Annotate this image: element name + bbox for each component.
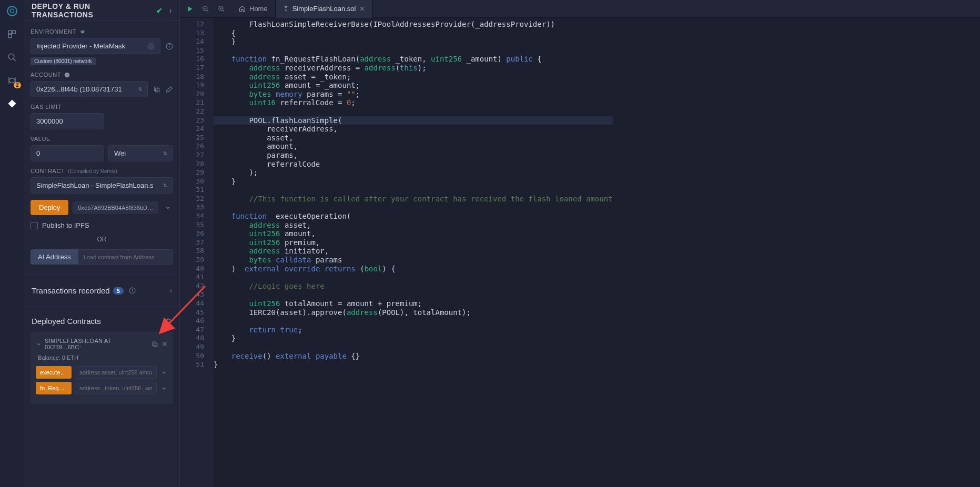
svg-point-10 <box>169 44 169 45</box>
sidebar-title: DEPLOY & RUN TRANSACTIONS <box>32 2 152 19</box>
copy-icon[interactable] <box>151 341 158 348</box>
home-icon <box>239 5 246 12</box>
tab-home[interactable]: Home <box>231 0 276 18</box>
svg-rect-2 <box>8 31 12 34</box>
zoom-in-icon[interactable] <box>218 5 225 13</box>
fn-button[interactable]: fn_Reques... <box>36 382 72 394</box>
svg-point-16 <box>132 289 133 289</box>
file-explorer-icon[interactable] <box>6 28 18 40</box>
svg-line-6 <box>13 58 16 61</box>
at-address-input[interactable] <box>78 249 173 265</box>
plus-icon[interactable] <box>64 72 70 78</box>
instance-name: SIMPLEFLASHLOAN AT 0X239...6BC: <box>45 338 148 350</box>
at-address-button[interactable]: At Address <box>31 249 78 265</box>
gas-input[interactable]: 3000000 <box>31 113 104 129</box>
chevron-updown-icon: ⇅ <box>163 182 167 188</box>
sidebar-header: DEPLOY & RUN TRANSACTIONS ✔ › <box>24 0 179 21</box>
account-label: ACCOUNT <box>31 72 173 78</box>
check-icon: ✔ <box>156 6 163 15</box>
svg-line-23 <box>207 9 209 12</box>
search-icon[interactable] <box>6 52 18 63</box>
play-icon[interactable] <box>186 5 194 13</box>
network-badge: Custom (80001) network <box>31 57 96 65</box>
svg-line-26 <box>223 9 225 12</box>
code-editor[interactable]: 1213141516171819202122232425262728293031… <box>180 18 980 487</box>
svg-point-1 <box>10 9 14 13</box>
main-area: Home SimpleFlashLoan.sol 121314151617181… <box>180 0 980 487</box>
chevron-updown-icon: ⇅ <box>138 86 142 92</box>
compiler-badge: 2 <box>14 82 21 88</box>
svg-rect-13 <box>154 87 158 90</box>
close-tab-icon[interactable] <box>359 6 365 12</box>
fn-input[interactable] <box>75 382 157 394</box>
chevron-right-icon[interactable]: › <box>169 6 172 15</box>
chevron-updown-icon: ⇅ <box>163 150 167 156</box>
fn-input[interactable] <box>75 366 157 379</box>
svg-rect-3 <box>13 31 16 34</box>
expand-icon[interactable] <box>160 385 168 391</box>
svg-rect-18 <box>153 342 156 346</box>
env-info-icon[interactable] <box>166 43 173 50</box>
deploy-sidebar: DEPLOY & RUN TRANSACTIONS ✔ › ENVIRONMEN… <box>24 0 180 487</box>
gas-label: GAS LIMIT <box>31 104 173 110</box>
close-icon[interactable] <box>161 341 168 347</box>
publish-ipfs-checkbox[interactable]: Publish to IPFS <box>31 221 173 229</box>
env-status-dot <box>147 43 155 50</box>
svg-marker-7 <box>8 100 16 108</box>
svg-marker-21 <box>188 6 193 11</box>
tx-count-badge: 5 <box>113 287 124 295</box>
solidity-icon <box>283 5 289 12</box>
svg-point-5 <box>8 54 14 59</box>
transactions-recorded-toggle[interactable]: Transactions recorded 5 › <box>31 284 173 297</box>
fn-button[interactable]: executeOp... <box>36 366 72 379</box>
fn-row-fnrequest: fn_Reques... <box>36 382 168 394</box>
env-select[interactable]: Injected Provider - MetaMask <box>31 38 160 54</box>
deploy-expand-icon[interactable] <box>163 205 173 211</box>
info-icon[interactable] <box>129 287 136 294</box>
trash-icon[interactable] <box>165 318 172 325</box>
chevron-right-icon: › <box>170 287 172 295</box>
value-input[interactable]: 0 <box>31 145 104 161</box>
or-text: OR <box>31 236 173 243</box>
deploy-button[interactable]: Deploy <box>31 200 68 215</box>
deploy-icon[interactable] <box>6 98 18 109</box>
value-unit-select[interactable]: Wei ⇅ <box>108 145 173 161</box>
svg-rect-12 <box>156 88 159 92</box>
line-gutter: 1213141516171819202122232425262728293031… <box>180 18 214 487</box>
edit-icon[interactable] <box>166 86 173 93</box>
svg-rect-4 <box>8 35 12 38</box>
account-select[interactable]: 0x226...8f44b (10.08731731 ⇅ <box>31 81 148 97</box>
compiler-icon[interactable]: 2 <box>6 75 18 86</box>
plug-icon <box>79 28 86 35</box>
fn-row-executeop: executeOp... <box>36 366 168 379</box>
instance-balance: Balance: 0 ETH <box>38 354 168 361</box>
value-label: VALUE <box>31 136 173 142</box>
env-label: ENVIRONMENT <box>31 28 173 35</box>
contract-label: CONTRACT (Compiled by Remix) <box>31 168 173 174</box>
copy-address-icon[interactable] <box>153 86 160 93</box>
deployed-title: Deployed Contracts <box>32 317 101 326</box>
iconbar: 2 <box>0 0 24 487</box>
tabbar: Home SimpleFlashLoan.sol <box>180 0 980 18</box>
deploy-address: 0xeb7A892BB04A8f836bDEeE <box>73 201 158 214</box>
svg-rect-17 <box>154 343 157 347</box>
zoom-out-icon[interactable] <box>202 5 209 13</box>
expand-icon[interactable] <box>160 370 168 376</box>
code-content[interactable]: FlashLoanSimpleReceiverBase(IPoolAddress… <box>214 18 613 487</box>
contract-select[interactable]: SimpleFlashLoan - SimpleFlashLoan.s ⇅ <box>31 177 173 194</box>
remix-logo-icon[interactable] <box>6 5 18 17</box>
deployed-instance: SIMPLEFLASHLOAN AT 0X239...6BC: Balance:… <box>31 332 173 404</box>
tab-file[interactable]: SimpleFlashLoan.sol <box>276 0 373 18</box>
svg-marker-30 <box>284 9 287 12</box>
svg-marker-29 <box>284 6 287 9</box>
chevron-down-icon[interactable] <box>36 341 42 347</box>
